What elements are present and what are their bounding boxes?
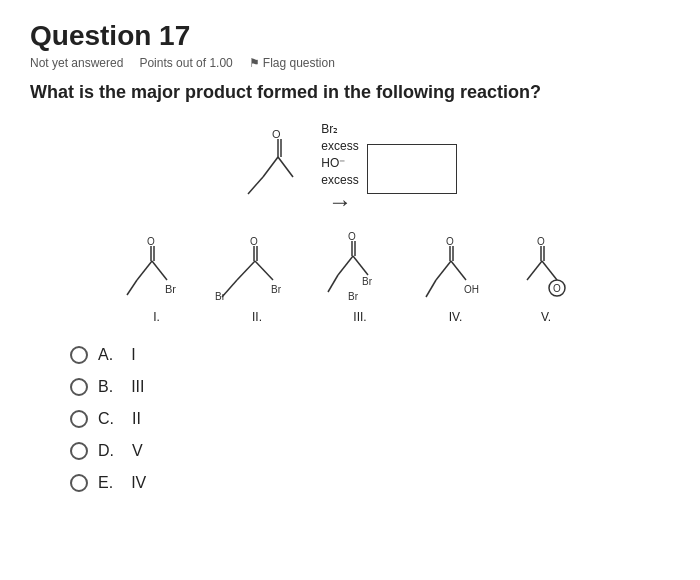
molecule-III-svg: O Br Br xyxy=(320,230,400,310)
svg-text:O: O xyxy=(553,283,561,294)
svg-line-33 xyxy=(451,261,466,280)
option-A[interactable]: A. I xyxy=(70,346,670,364)
svg-line-32 xyxy=(436,261,451,280)
options-list: A. I B. III C. II D. V E. IV xyxy=(70,346,670,492)
svg-line-25 xyxy=(353,256,368,275)
option-E-label: E. xyxy=(98,474,113,492)
points-label: Points out of 1.00 xyxy=(139,56,232,70)
molecule-II: O Br Br II. xyxy=(212,235,302,324)
option-E-value: IV xyxy=(131,474,146,492)
molecule-II-svg: O Br Br xyxy=(212,235,302,310)
svg-line-26 xyxy=(328,275,338,292)
radio-B[interactable] xyxy=(70,378,88,396)
svg-line-5 xyxy=(248,177,263,194)
option-A-label: A. xyxy=(98,346,113,364)
choice-III-label: III. xyxy=(353,310,366,324)
status-badge: Not yet answered xyxy=(30,56,123,70)
svg-text:O: O xyxy=(348,231,356,242)
molecule-IV: O OH IV. xyxy=(418,235,493,324)
molecule-V: O O V. xyxy=(511,235,581,324)
molecule-III: O Br Br III. xyxy=(320,230,400,324)
arrow-reagents: Br₂ excess HO⁻ excess → xyxy=(321,121,358,216)
svg-text:O: O xyxy=(272,129,281,140)
svg-text:Br: Br xyxy=(215,291,226,302)
svg-line-10 xyxy=(152,261,167,280)
svg-text:O: O xyxy=(147,236,155,247)
option-E[interactable]: E. IV xyxy=(70,474,670,492)
svg-line-39 xyxy=(527,261,542,280)
svg-text:Br: Br xyxy=(348,291,359,302)
option-A-value: I xyxy=(131,346,135,364)
radio-D[interactable] xyxy=(70,442,88,460)
meta-row: Not yet answered Points out of 1.00 ⚑ Fl… xyxy=(30,56,670,70)
svg-line-34 xyxy=(426,280,436,297)
option-D[interactable]: D. V xyxy=(70,442,670,460)
radio-A[interactable] xyxy=(70,346,88,364)
question-text: What is the major product formed in the … xyxy=(30,80,670,105)
svg-text:Br: Br xyxy=(165,283,176,295)
svg-text:O: O xyxy=(537,236,545,247)
option-D-value: V xyxy=(132,442,143,460)
option-B[interactable]: B. III xyxy=(70,378,670,396)
reaction-arrow: → xyxy=(328,188,352,216)
radio-E[interactable] xyxy=(70,474,88,492)
svg-line-17 xyxy=(255,261,273,280)
molecule-IV-svg: O OH xyxy=(418,235,493,310)
molecule-choices: O Br I. O Br Br II. O xyxy=(30,230,670,324)
reagent-text: Br₂ excess HO⁻ excess xyxy=(321,121,358,188)
flag-question[interactable]: ⚑ Flag question xyxy=(249,56,335,70)
svg-text:OH: OH xyxy=(464,284,479,295)
svg-line-11 xyxy=(127,280,137,295)
svg-line-9 xyxy=(137,261,152,280)
choice-II-label: II. xyxy=(252,310,262,324)
option-C-label: C. xyxy=(98,410,114,428)
svg-line-40 xyxy=(542,261,557,280)
choice-IV-label: IV. xyxy=(449,310,463,324)
svg-text:Br: Br xyxy=(362,276,373,287)
molecule-V-svg: O O xyxy=(511,235,581,310)
flag-icon: ⚑ xyxy=(249,56,260,70)
option-B-label: B. xyxy=(98,378,113,396)
option-C-value: II xyxy=(132,410,141,428)
molecule-I: O Br I. xyxy=(119,235,194,324)
svg-line-16 xyxy=(237,261,255,280)
choice-I-label: I. xyxy=(153,310,160,324)
product-box xyxy=(367,144,457,194)
reactant-molecule: O xyxy=(243,129,313,209)
reaction-container: O Br₂ excess HO⁻ excess → xyxy=(30,121,670,216)
option-C[interactable]: C. II xyxy=(70,410,670,428)
molecule-I-svg: O Br xyxy=(119,235,194,310)
radio-C[interactable] xyxy=(70,410,88,428)
option-B-value: III xyxy=(131,378,144,396)
option-D-label: D. xyxy=(98,442,114,460)
question-title: Question 17 xyxy=(30,20,670,52)
svg-text:O: O xyxy=(446,236,454,247)
svg-line-24 xyxy=(338,256,353,275)
flag-label: Flag question xyxy=(263,56,335,70)
svg-line-3 xyxy=(263,157,278,177)
svg-text:Br: Br xyxy=(271,284,282,295)
choice-V-label: V. xyxy=(541,310,551,324)
svg-text:O: O xyxy=(250,236,258,247)
svg-line-4 xyxy=(278,157,293,177)
